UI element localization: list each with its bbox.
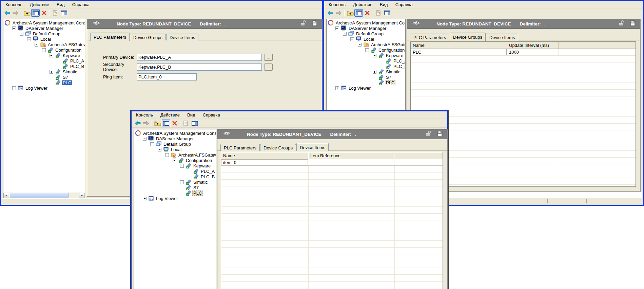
save-icon[interactable] bbox=[437, 130, 443, 138]
tab-device-groups[interactable]: Device Groups bbox=[450, 33, 486, 41]
column-header-blank[interactable] bbox=[559, 42, 636, 49]
tree-item[interactable]: Simatic bbox=[134, 179, 216, 185]
tree-expander-icon[interactable] bbox=[35, 43, 38, 47]
tree-expander-icon[interactable] bbox=[165, 153, 169, 157]
forward-icon[interactable] bbox=[11, 9, 20, 17]
menu-item[interactable]: Консоль bbox=[2, 1, 26, 8]
column-header-name[interactable]: Name bbox=[221, 152, 308, 159]
tree-item[interactable]: Log Viewer bbox=[327, 85, 405, 91]
primary-device-input[interactable] bbox=[137, 54, 262, 61]
tree-expander-icon[interactable] bbox=[20, 32, 23, 36]
tab-device-groups[interactable]: Device Groups bbox=[130, 34, 166, 40]
tree-expander-icon[interactable] bbox=[143, 137, 147, 141]
menu-item[interactable]: Вид bbox=[183, 112, 199, 118]
tree-expander-icon[interactable] bbox=[373, 54, 376, 57]
update-interval-cell[interactable]: 1000 bbox=[507, 49, 559, 55]
tree-item[interactable]: Local bbox=[327, 36, 405, 42]
help-icon[interactable]: ? bbox=[374, 9, 383, 17]
tree-expander-icon[interactable] bbox=[12, 86, 16, 90]
tree-expander-icon[interactable] bbox=[143, 197, 147, 200]
tree-expander-icon[interactable] bbox=[373, 70, 376, 74]
tree-item[interactable]: Local bbox=[134, 147, 216, 152]
menu-item[interactable]: Консоль bbox=[325, 1, 349, 8]
tree-expander-icon[interactable] bbox=[50, 70, 53, 74]
tree-item[interactable]: PLC_B bbox=[3, 64, 85, 69]
tree-item[interactable]: PLC_A bbox=[134, 168, 216, 174]
tree-item[interactable]: Kepware bbox=[3, 53, 85, 58]
lock-icon[interactable] bbox=[300, 20, 307, 28]
menu-item[interactable]: Справка bbox=[69, 1, 93, 8]
column-header-blank[interactable] bbox=[394, 152, 443, 159]
tree-expander-icon[interactable] bbox=[158, 148, 161, 151]
tab-device-items[interactable]: Device Items bbox=[486, 34, 518, 40]
tree-item[interactable]: PLC bbox=[134, 190, 216, 196]
tree-expander-icon[interactable] bbox=[350, 37, 354, 41]
tree-expander-icon[interactable] bbox=[27, 37, 31, 41]
tree-item[interactable]: ArchestrA System Management Console (KST bbox=[3, 20, 85, 25]
blank-cell[interactable] bbox=[394, 159, 443, 165]
tree-item[interactable]: S7 bbox=[327, 74, 405, 80]
secondary-device-browse-button[interactable]: ... bbox=[264, 64, 273, 71]
menu-item[interactable]: Консоль bbox=[132, 112, 157, 118]
tree-item[interactable]: Default Group bbox=[134, 141, 216, 147]
menu-item[interactable]: Вид bbox=[53, 1, 69, 8]
delete-icon[interactable] bbox=[40, 9, 48, 17]
tree-expander-icon[interactable] bbox=[180, 164, 184, 168]
tree-expander-icon[interactable] bbox=[335, 86, 339, 90]
tree-item[interactable]: ArchestrA.FSGateway.3 bbox=[3, 42, 85, 47]
help-icon[interactable]: ? bbox=[51, 9, 60, 17]
tree-expander-icon[interactable] bbox=[50, 54, 53, 57]
tree-item[interactable]: Default Group bbox=[3, 31, 85, 36]
secondary-device-input[interactable] bbox=[137, 64, 262, 71]
tab-plc-parameters[interactable]: PLC Parameters bbox=[90, 33, 130, 41]
tab-plc-parameters[interactable]: PLC Parameters bbox=[220, 144, 260, 151]
tree-expander-icon[interactable] bbox=[150, 142, 154, 146]
menu-item[interactable]: Действие bbox=[26, 1, 53, 8]
column-header-item-reference[interactable]: Item Reference bbox=[308, 152, 394, 159]
item-reference-cell[interactable] bbox=[308, 159, 394, 165]
tab-plc-parameters[interactable]: PLC Parameters bbox=[410, 34, 449, 40]
tree-expander-icon[interactable] bbox=[335, 26, 339, 30]
column-header-update-interval[interactable]: Update Interval (ms) bbox=[507, 42, 559, 49]
save-icon[interactable] bbox=[630, 20, 636, 28]
tree-item[interactable]: PLC_B bbox=[327, 64, 405, 69]
tree-expander-icon[interactable] bbox=[180, 180, 184, 184]
tree-item[interactable]: Kepware bbox=[327, 53, 405, 58]
back-icon[interactable] bbox=[3, 9, 11, 17]
forward-icon[interactable] bbox=[142, 120, 150, 127]
tree-item[interactable]: S7 bbox=[134, 185, 216, 190]
forward-icon[interactable] bbox=[334, 9, 343, 17]
menu-item[interactable]: Действие bbox=[349, 1, 376, 8]
scroll-right-icon[interactable]: ► bbox=[79, 193, 85, 198]
tree-expander-icon[interactable] bbox=[343, 32, 347, 36]
show-hide-detail-pane-icon[interactable] bbox=[60, 9, 68, 17]
up-one-level-icon[interactable] bbox=[153, 120, 162, 127]
menu-item[interactable]: Справка bbox=[392, 1, 416, 8]
primary-device-browse-button[interactable]: ... bbox=[264, 54, 273, 61]
device-item-name-cell[interactable]: item_0 bbox=[221, 159, 308, 165]
tree-item[interactable]: S7 bbox=[3, 74, 85, 80]
delete-icon[interactable] bbox=[170, 120, 179, 127]
tree-item[interactable]: DAServer Manager bbox=[3, 25, 85, 31]
ping-item-input[interactable] bbox=[137, 73, 197, 80]
up-one-level-icon[interactable] bbox=[23, 9, 31, 17]
tree-item[interactable]: PLC_A bbox=[327, 58, 405, 64]
tree-item[interactable]: Simatic bbox=[3, 69, 85, 74]
tree-expander-icon[interactable] bbox=[12, 26, 16, 30]
tree-item[interactable]: ArchestrA System Management Console (KST bbox=[327, 20, 405, 25]
tree-item[interactable]: Configuration bbox=[327, 47, 405, 53]
tree-item[interactable]: ArchestrA System Management Console (KST bbox=[134, 130, 216, 136]
tree-item[interactable]: Configuration bbox=[3, 47, 85, 53]
tree-item[interactable]: ArchestrA.FSGateway.3 bbox=[327, 42, 405, 47]
scroll-left-icon[interactable]: ◄ bbox=[3, 193, 9, 198]
scrollbar-thumb[interactable] bbox=[10, 193, 69, 198]
menu-item[interactable]: Справка bbox=[199, 112, 224, 118]
menu-item[interactable]: Действие bbox=[157, 112, 183, 118]
tree-item[interactable]: Local bbox=[3, 36, 85, 42]
tab-device-items[interactable]: Device Items bbox=[296, 143, 329, 151]
lock-icon[interactable] bbox=[425, 130, 432, 138]
scrollbar-track[interactable] bbox=[9, 193, 79, 198]
delete-icon[interactable] bbox=[363, 9, 371, 17]
tree-expander-icon[interactable] bbox=[358, 43, 362, 47]
tree-item[interactable]: Default Group bbox=[327, 31, 405, 36]
